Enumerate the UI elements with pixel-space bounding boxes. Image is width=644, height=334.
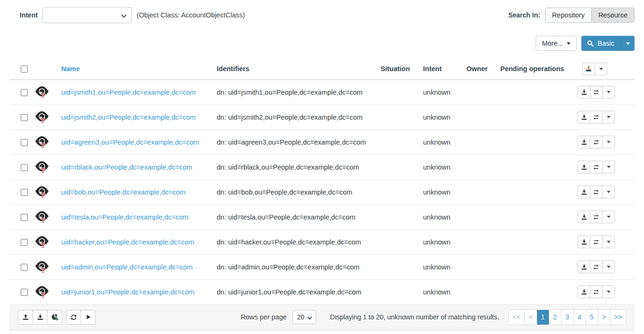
row-checkbox[interactable] [21, 189, 28, 196]
create-report-button[interactable] [47, 310, 62, 325]
table-row: ? uid=bob,ou=People,dc=example,dc=com dn… [9, 179, 635, 204]
account-name-link[interactable]: uid=rblack,ou=People,dc=example,dc=com [61, 163, 192, 171]
row-actions-group [578, 236, 615, 248]
export-button[interactable] [582, 63, 595, 75]
row-checkbox[interactable] [21, 239, 28, 246]
export-icon [585, 65, 592, 73]
row-dropdown-button[interactable] [602, 211, 615, 223]
row-exchange-button[interactable] [590, 236, 603, 248]
row-dropdown-button[interactable] [602, 236, 615, 248]
caret-down-icon [607, 291, 611, 293]
account-name-link[interactable]: uid=hacker,ou=People,dc=example,dc=com [61, 238, 194, 246]
caret-down-icon [607, 141, 611, 143]
account-name-link[interactable]: uid=tesla,ou=People,dc=example,dc=com [61, 213, 188, 221]
row-dropdown-button[interactable] [602, 186, 615, 198]
row-download-button[interactable] [578, 285, 590, 298]
pagination-item[interactable]: 1 [537, 310, 549, 325]
row-download-button[interactable] [578, 136, 590, 148]
download-button[interactable] [33, 310, 48, 325]
question-mark-overlay: ? [41, 241, 45, 249]
row-download-button[interactable] [578, 86, 590, 98]
pagination-item[interactable]: 4 [573, 310, 586, 325]
row-download-button[interactable] [578, 261, 590, 273]
import-export-button-group [18, 310, 62, 325]
pagination-item[interactable]: >> [610, 310, 626, 325]
row-dropdown-button[interactable] [602, 111, 615, 123]
pending-operations-cell [500, 105, 578, 130]
account-shadow-icon: ? [35, 110, 49, 123]
intent-cell: unknown [423, 105, 466, 130]
table-header-row: Name Identifiers Situation Intent Owner … [9, 58, 635, 80]
row-download-button[interactable] [578, 211, 590, 223]
upload-button[interactable] [18, 310, 33, 325]
identifiers-cell: dn: uid=rblack,ou=People,dc=example,dc=c… [217, 155, 381, 179]
row-checkbox[interactable] [21, 89, 28, 96]
row-download-button[interactable] [578, 111, 590, 123]
pending-operations-cell [500, 155, 578, 179]
account-shadow-icon: ? [35, 85, 49, 98]
owner-cell [466, 179, 500, 204]
more-button[interactable]: More... [536, 36, 576, 51]
row-exchange-button[interactable] [590, 186, 603, 198]
intent-select[interactable] [42, 7, 132, 23]
export-dropdown-button[interactable] [595, 63, 607, 75]
row-exchange-button[interactable] [590, 285, 603, 298]
table-footer: Rows per page 20 Displaying 1 to 20, unk… [9, 305, 635, 331]
row-download-button[interactable] [578, 186, 590, 198]
pagination-item[interactable]: 5 [586, 310, 598, 325]
download-icon [581, 189, 587, 196]
pagination-item[interactable]: 3 [561, 310, 573, 325]
search-in-repository-button[interactable]: Repository [546, 8, 591, 22]
pagination-item[interactable]: 2 [549, 310, 561, 325]
row-checkbox[interactable] [21, 264, 28, 271]
refresh-button[interactable] [66, 310, 81, 325]
basic-search-button[interactable]: Basic [581, 36, 621, 51]
question-mark-overlay: ? [41, 266, 45, 274]
row-dropdown-button[interactable] [602, 285, 615, 298]
row-exchange-button[interactable] [590, 111, 603, 123]
row-exchange-button[interactable] [590, 261, 603, 273]
table-row: ? uid=rblack,ou=People,dc=example,dc=com… [9, 155, 635, 179]
row-download-button[interactable] [578, 161, 590, 173]
search-mode-dropdown-button[interactable] [621, 36, 635, 51]
row-exchange-button[interactable] [590, 86, 603, 98]
row-exchange-button[interactable] [590, 211, 603, 223]
row-exchange-button[interactable] [590, 136, 603, 148]
row-checkbox[interactable] [21, 289, 28, 296]
account-name-link[interactable]: uid=jsmith2,ou=People,dc=example,dc=com [61, 114, 196, 121]
exchange-icon [593, 89, 600, 96]
row-dropdown-button[interactable] [602, 136, 615, 148]
pagination-item[interactable]: < [524, 310, 537, 325]
rows-per-page-label: Rows per page [241, 313, 287, 321]
row-dropdown-button[interactable] [602, 86, 615, 98]
pending-operations-cell [500, 254, 578, 279]
exchange-icon [593, 214, 600, 220]
identifiers-cell: dn: uid=tesla,ou=People,dc=example,dc=co… [217, 204, 381, 229]
row-checkbox[interactable] [21, 214, 28, 221]
account-name-link[interactable]: uid=bob,ou=People,dc=example,dc=com [61, 188, 186, 196]
account-name-link[interactable]: uid=agreen3,ou=People,dc=example,dc=com [61, 138, 199, 146]
account-name-link[interactable]: uid=admin,ou=People,dc=example,dc=com [61, 263, 193, 271]
row-download-button[interactable] [578, 236, 590, 248]
table-body: ? uid=jsmith1,ou=People,dc=example,dc=co… [9, 80, 635, 304]
column-header-name[interactable]: Name [61, 58, 217, 80]
select-all-checkbox[interactable] [21, 65, 28, 73]
search-in-resource-button[interactable]: Resource [591, 8, 634, 22]
row-checkbox[interactable] [21, 164, 28, 171]
paging-summary: Displaying 1 to 20, unknown number of ma… [330, 313, 499, 321]
play-button[interactable] [81, 310, 96, 325]
row-dropdown-button[interactable] [602, 161, 615, 173]
row-checkbox[interactable] [21, 114, 28, 121]
row-dropdown-button[interactable] [602, 261, 615, 273]
row-checkbox[interactable] [21, 139, 28, 146]
situation-cell [381, 80, 423, 105]
icon-column-header [32, 58, 61, 80]
account-name-link[interactable]: uid=jsmith1,ou=People,dc=example,dc=com [61, 89, 196, 96]
row-exchange-button[interactable] [590, 161, 603, 173]
account-name-link[interactable]: uid=junior1,ou=People,dc=example,dc=com [61, 288, 195, 296]
pagination-item[interactable]: << [509, 310, 524, 325]
exchange-icon [593, 289, 600, 295]
question-mark-overlay: ? [41, 116, 45, 124]
rows-per-page-select[interactable]: 20 [293, 310, 316, 324]
pagination-item[interactable]: > [598, 310, 610, 325]
